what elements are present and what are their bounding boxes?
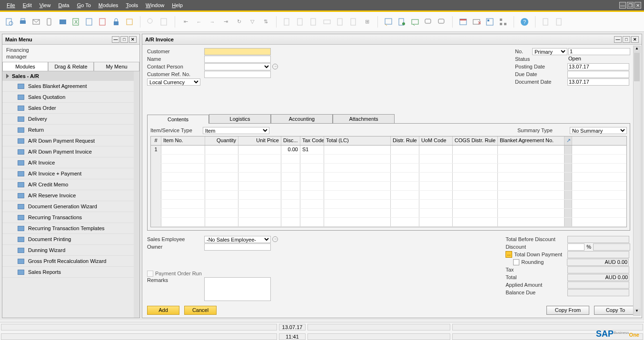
sidebar-item[interactable]: Sales Reports (2, 267, 134, 278)
sidebar-item[interactable]: A/R Down Payment Invoice (2, 146, 134, 157)
sidebar-item[interactable]: Return (2, 125, 134, 136)
context-icon[interactable] (555, 17, 564, 27)
table-row[interactable] (151, 200, 626, 209)
target-doc-icon[interactable] (296, 17, 305, 27)
payment-icon[interactable] (322, 17, 332, 27)
menu-view[interactable]: View (36, 1, 55, 10)
tab-my-menu[interactable]: My Menu (94, 62, 139, 71)
volume-icon[interactable] (349, 17, 358, 27)
table-row[interactable] (151, 155, 626, 164)
sidebar-item[interactable]: A/R Invoice (2, 157, 134, 168)
menu-file[interactable]: File (3, 1, 19, 10)
pdf-icon[interactable] (98, 17, 108, 27)
scroll-up-icon[interactable]: ▲ (634, 46, 640, 53)
link-icon[interactable]: → (272, 64, 278, 69)
owner-field[interactable] (204, 243, 271, 251)
form-settings-icon[interactable] (397, 17, 406, 27)
app-restore-icon[interactable]: ❐ (627, 2, 634, 9)
query-icon[interactable] (410, 17, 420, 27)
sort-icon[interactable]: ⇅ (261, 17, 270, 27)
table-row[interactable]: 1 0.00 S1 (151, 146, 626, 155)
inv-close-icon[interactable]: ✕ (631, 36, 639, 43)
relationship-icon[interactable] (498, 17, 508, 27)
sidebar-item[interactable]: Dunning Wizard (2, 245, 134, 256)
scroll-thumb[interactable] (634, 53, 640, 81)
menu-edit[interactable]: Edit (19, 1, 36, 10)
table-row[interactable] (151, 191, 626, 200)
menu-data[interactable]: Data (54, 1, 73, 10)
print-icon[interactable] (18, 17, 28, 27)
sidebar-item[interactable]: Sales Quotation (2, 92, 134, 103)
scroll-down-icon[interactable]: ▼ (634, 309, 640, 315)
app-minimize-icon[interactable]: — (619, 2, 626, 9)
sms-icon[interactable] (45, 17, 54, 27)
remarks-field[interactable] (204, 277, 271, 301)
add-button[interactable]: Add (147, 306, 179, 315)
sidebar-item[interactable]: Sales Blanket Agreement (2, 81, 134, 92)
mm-tree[interactable]: Sales - A/R Sales Blanket AgreementSales… (2, 71, 139, 318)
tab-modules[interactable]: Modules (2, 62, 48, 71)
tab-accounting[interactable]: Accounting (271, 114, 333, 123)
mm-maximize-icon[interactable]: □ (120, 36, 128, 43)
layout-icon[interactable] (384, 17, 393, 27)
table-row[interactable] (151, 218, 626, 227)
table-row[interactable] (151, 164, 626, 173)
word-icon[interactable] (85, 17, 94, 27)
grid-expand-icon[interactable]: ↗ (565, 136, 572, 145)
link-icon[interactable]: → (272, 236, 278, 242)
user-defined-icon[interactable] (485, 17, 495, 27)
discount-pct-field[interactable] (567, 243, 585, 251)
no-type-select[interactable]: Primary (532, 48, 567, 55)
contact-field[interactable] (204, 63, 271, 70)
sidebar-item[interactable]: A/R Credit Memo (2, 179, 134, 190)
sales-emp-select[interactable]: -No Sales Employee- (204, 236, 271, 243)
excel-icon[interactable]: X (71, 17, 81, 27)
tab-logistics[interactable]: Logistics (209, 114, 271, 123)
copy-to-button[interactable]: Copy To (594, 306, 637, 315)
add-icon[interactable] (159, 17, 169, 27)
prev-icon[interactable]: ← (194, 17, 204, 27)
name-field[interactable] (204, 56, 271, 63)
down-payment-button[interactable]: ... (505, 251, 512, 258)
sidebar-item[interactable]: Gross Profit Recalculation Wizard (2, 256, 134, 267)
base-doc-icon[interactable] (282, 17, 292, 27)
first-icon[interactable]: ⇤ (181, 17, 190, 27)
calendar-icon[interactable] (458, 17, 468, 27)
menu-help[interactable]: Help (168, 1, 187, 10)
email-icon[interactable] (31, 17, 41, 27)
preview-icon[interactable] (5, 17, 14, 27)
payment-order-checkbox[interactable] (147, 271, 153, 277)
app-close-icon[interactable]: ✕ (634, 2, 641, 9)
sidebar-item[interactable]: Delivery (2, 114, 134, 125)
table-row[interactable] (151, 173, 626, 182)
no-field[interactable] (568, 48, 630, 55)
posting-field[interactable] (567, 63, 629, 70)
refresh-icon[interactable]: ↻ (234, 17, 244, 27)
doc-field[interactable] (567, 78, 629, 86)
sidebar-item[interactable]: A/R Reserve Invoice (2, 190, 134, 201)
sidebar-item[interactable]: Recurring Transaction Templates (2, 223, 134, 234)
rounding-checkbox[interactable] (513, 259, 519, 265)
tab-contents[interactable]: Contents (147, 115, 209, 124)
trans-icon[interactable]: ⊞ (362, 17, 372, 27)
items-grid[interactable]: # Item No. Quantity Unit Price Disc... T… (150, 136, 627, 227)
sidebar-item[interactable]: Recurring Transactions (2, 212, 134, 223)
tab-drag-relate[interactable]: Drag & Relate (48, 62, 94, 71)
currency-select[interactable]: Local Currency (147, 78, 200, 86)
menu-tools[interactable]: Tools (122, 1, 142, 10)
filter-icon[interactable]: ▽ (248, 17, 257, 27)
customer-field[interactable] (204, 48, 271, 55)
menu-window[interactable]: Window (142, 1, 168, 10)
cancel-button[interactable]: Cancel (184, 306, 217, 315)
sidebar-item[interactable]: Sales Order (2, 103, 134, 114)
mm-minimize-icon[interactable]: — (112, 36, 119, 43)
alerts-icon[interactable] (437, 17, 446, 27)
launch-icon[interactable] (125, 17, 134, 27)
next-icon[interactable]: → (208, 17, 217, 27)
inv-scrollbar[interactable]: ▲ ▼ (633, 46, 641, 316)
journal-icon[interactable] (309, 17, 318, 27)
table-row[interactable] (151, 182, 626, 191)
sidebar-item[interactable]: Document Printing (2, 234, 134, 245)
find-icon[interactable] (146, 17, 156, 27)
fax-icon[interactable] (58, 17, 68, 27)
